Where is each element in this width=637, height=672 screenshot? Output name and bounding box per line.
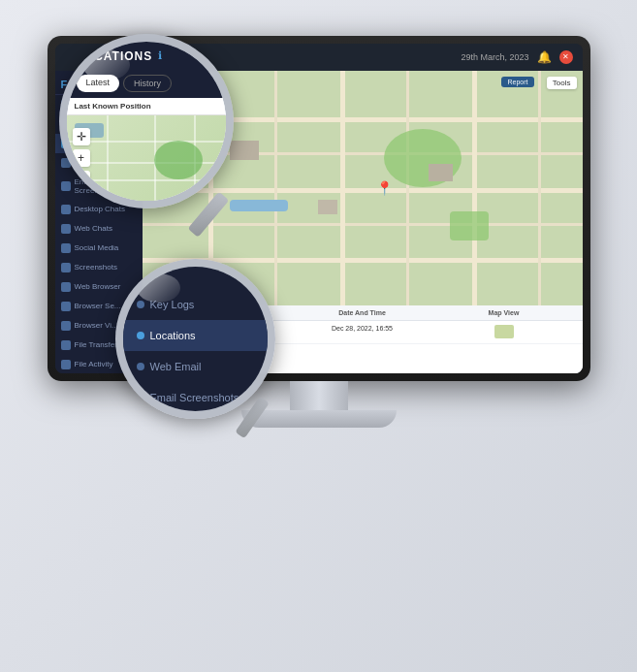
browserse-icon [61, 302, 71, 311]
mag-label-keylogs: Key Logs [150, 299, 195, 310]
keylogs-dot [137, 301, 144, 308]
mag-zoom-in-btn[interactable]: + [73, 149, 90, 167]
screenshots-icon [61, 263, 71, 272]
tools-button[interactable]: Tools [547, 77, 577, 89]
mag-large-content: LOCATIONS ℹ Latest History Last Known Po… [67, 42, 226, 201]
sidebar-label-webbrowser: Web Browser [75, 282, 121, 291]
date-display: 29th March, 2023 [461, 52, 528, 62]
mag-zoom-out-btn[interactable]: − [73, 171, 90, 188]
sidebar-label-deskchats: Desktop Chats [75, 205, 125, 213]
mag-compass-btn[interactable]: ✛ [73, 128, 90, 145]
sidebar-item-social[interactable]: Social Media [55, 239, 143, 258]
map-thumbnail[interactable] [494, 325, 514, 338]
cell-mapview[interactable] [433, 325, 575, 339]
mag-tabs: Latest History [67, 71, 226, 98]
cell-datetime: Dec 28, 2022, 16:55 [292, 325, 433, 339]
sidebar-label-webchats: Web Chats [75, 224, 112, 233]
social-icon [61, 243, 71, 253]
mag-menu-webemail[interactable]: Web Email [123, 351, 268, 382]
sidebar-label-screenshots: Screenshots [75, 263, 117, 272]
map-pin: 📍 [376, 180, 393, 196]
deskchats-icon [61, 205, 71, 214]
sidebar-label-filetransfer: File Transfer [75, 340, 117, 349]
sidebar-label-browservi: Browser Vi... [75, 321, 118, 330]
sidebar-label-browserse: Browser Se... [75, 302, 121, 310]
tab-history[interactable]: History [123, 75, 172, 92]
mag-label-locations: Locations [150, 330, 196, 341]
monitor-base [241, 410, 397, 428]
webbrowser-icon [61, 282, 71, 292]
header-mapview: Map View [433, 309, 575, 316]
tab-latest[interactable]: Latest [77, 75, 120, 92]
scene: 29th March, 2023 🔔 ✕ F Data [18, 16, 620, 656]
bell-icon[interactable]: 🔔 [537, 50, 552, 64]
sidebar-label-fileactivity: File Activity [75, 360, 113, 368]
close-button[interactable]: ✕ [559, 50, 573, 64]
sidebar-item-screenshots[interactable]: Screenshots [55, 258, 143, 277]
webemail-dot [137, 363, 144, 370]
mag-menu-locations[interactable]: Locations [123, 320, 268, 351]
last-known-label: Last Known Position [67, 98, 226, 115]
sidebar-item-webchats[interactable]: Web Chats [55, 219, 143, 239]
fileactivity-icon [61, 360, 71, 369]
filetransfer-icon [61, 340, 71, 350]
mag-label-webemail: Web Email [150, 361, 202, 372]
mag-small-content: ta ▾ Key Logs Locations Web Email Email … [123, 267, 268, 411]
header-datetime: Date And Time [292, 309, 433, 316]
magnifier-menu: ta ▾ Key Logs Locations Web Email Email … [115, 259, 275, 419]
mag-label-emailscreens: Email Screenshots [150, 392, 239, 403]
monitor-neck [290, 381, 348, 410]
report-button[interactable]: Report [501, 77, 533, 87]
mag-map-controls: ✛ + − [73, 128, 90, 188]
info-icon[interactable]: ℹ [158, 49, 162, 62]
webchats-icon [61, 224, 71, 234]
magnifier-locations: LOCATIONS ℹ Latest History Last Known Po… [59, 34, 234, 208]
browservi-icon [61, 321, 71, 331]
mag-park [154, 141, 203, 179]
mag-menu-keylogs[interactable]: Key Logs [123, 289, 268, 320]
locations-dot [137, 332, 144, 339]
sidebar-label-social: Social Media [75, 243, 119, 252]
mag-map-area: ✛ + − [67, 115, 226, 201]
